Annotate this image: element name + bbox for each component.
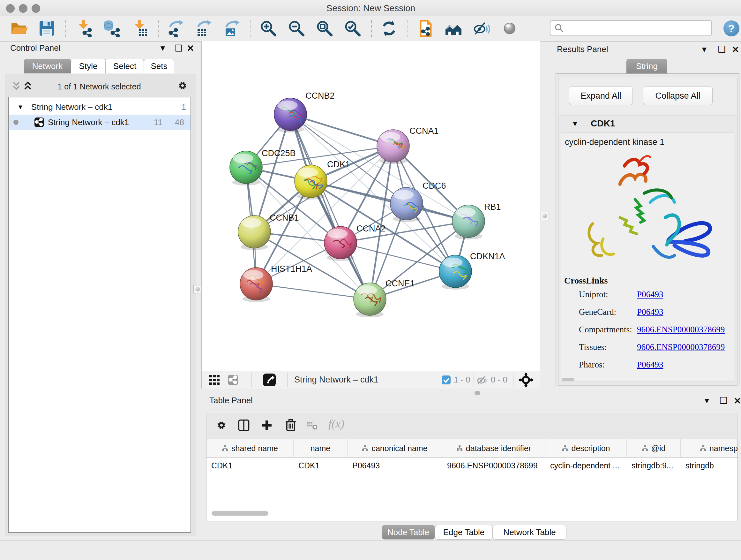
tab-style[interactable]: Style: [71, 59, 106, 73]
table-panel-maximize-icon[interactable]: ❑: [720, 395, 728, 406]
crosslink-link[interactable]: P06493: [637, 307, 664, 317]
tab-network[interactable]: Network: [24, 59, 71, 73]
table-cell[interactable]: stringdb:9...: [627, 458, 681, 473]
table-hscrollbar[interactable]: [212, 511, 268, 516]
crosslink-label: Tissues:: [579, 342, 607, 352]
node-ccnb2[interactable]: CCNB2: [274, 91, 335, 132]
column-header-shared-name[interactable]: shared name: [206, 439, 293, 457]
import-network-from-file-icon[interactable]: [74, 19, 93, 38]
results-panel-float-icon[interactable]: ▼: [700, 45, 708, 54]
column-header--id[interactable]: @id: [627, 439, 681, 457]
export-network-icon[interactable]: [166, 19, 185, 38]
home-confidence-icon[interactable]: [444, 19, 463, 38]
import-network-from-database-icon[interactable]: [102, 19, 121, 38]
column-header-canonical-name[interactable]: canonical name: [347, 439, 442, 457]
birdseye-view-icon[interactable]: [209, 375, 219, 385]
node-rb1[interactable]: RB1: [452, 202, 501, 240]
table-cell[interactable]: P06493: [347, 458, 442, 473]
hidden-count: 0 - 0: [491, 375, 508, 385]
right-splitter-handle[interactable]: [541, 212, 549, 220]
collapse-all-networks-icon[interactable]: [12, 80, 22, 90]
tab-select[interactable]: Select: [106, 59, 144, 73]
tab-node-table[interactable]: Node Table: [382, 525, 435, 540]
node-label: CCNA2: [356, 224, 386, 233]
column-header-description[interactable]: description: [545, 439, 627, 457]
detach-view-icon[interactable]: [263, 374, 276, 386]
add-column-icon[interactable]: [261, 419, 273, 431]
column-header-name[interactable]: name: [293, 439, 347, 457]
tab-string[interactable]: String: [626, 59, 667, 73]
search-input[interactable]: [567, 23, 705, 33]
table-panel-title: Table Panel: [209, 395, 253, 406]
refresh-view-icon[interactable]: [380, 19, 399, 38]
table-cell[interactable]: CDK1: [293, 458, 347, 473]
delete-column-icon[interactable]: [284, 419, 297, 431]
node-table[interactable]: shared namename canonical name database …: [206, 439, 738, 521]
zoom-out-icon[interactable]: [287, 19, 306, 38]
crosslink-label: Uniprot:: [579, 290, 608, 300]
node-ccne1[interactable]: CCNE1: [354, 279, 415, 317]
crosslink-link[interactable]: P06493: [637, 360, 664, 370]
search-box[interactable]: [550, 20, 712, 36]
crosslink-row: Uniprot: P06493: [561, 290, 734, 303]
crosslink-row: Tissues: 9606.ENSP00000378699: [561, 342, 734, 356]
center-view-icon[interactable]: [518, 372, 534, 388]
expand-all-button[interactable]: Expand All: [569, 86, 633, 105]
hide-selected-icon[interactable]: [472, 19, 491, 38]
results-panel-close-icon[interactable]: ✕: [732, 44, 739, 55]
open-session-icon[interactable]: [9, 19, 28, 38]
table-panel-float-icon[interactable]: ▼: [703, 396, 711, 405]
string-import-icon[interactable]: [416, 19, 435, 38]
network-options-gear-icon[interactable]: [177, 79, 189, 91]
collection-expander-icon[interactable]: ▼: [17, 104, 23, 111]
node-cdc6[interactable]: CDC6: [390, 181, 446, 222]
crosslink-link[interactable]: 9606.ENSP00000378699: [637, 342, 725, 352]
help-button[interactable]: ?: [724, 20, 739, 37]
tab-sets[interactable]: Sets: [144, 59, 174, 73]
crosslink-link[interactable]: 9606.ENSP00000378699: [637, 325, 725, 334]
save-session-icon[interactable]: [37, 19, 57, 38]
show-lens-icon[interactable]: [500, 19, 519, 38]
export-image-icon[interactable]: [222, 19, 242, 38]
control-panel-close-icon[interactable]: ✕: [187, 43, 194, 54]
control-panel-float-icon[interactable]: ▼: [159, 44, 166, 53]
crosslink-link[interactable]: P06493: [637, 290, 664, 300]
zoom-in-icon[interactable]: [259, 19, 278, 38]
table-cell[interactable]: CDK1: [206, 458, 293, 473]
crosslink-label: GeneCard:: [579, 307, 616, 317]
node-cdk1[interactable]: CDK1: [294, 160, 350, 199]
zoom-selected-icon[interactable]: [343, 19, 362, 38]
show-columns-icon[interactable]: [238, 419, 250, 431]
results-panel-title: Results Panel: [557, 44, 608, 54]
table-panel-close-icon[interactable]: ✕: [734, 395, 741, 406]
table-cell[interactable]: stringdb: [681, 458, 738, 473]
table-cell[interactable]: cyclin-dependent ...: [545, 458, 627, 473]
network-tree: ▼ String Network – cdk1 1 String Network…: [8, 97, 191, 533]
tab-edge-table[interactable]: Edge Table: [435, 525, 493, 540]
import-table-from-file-icon[interactable]: [130, 19, 149, 38]
network-row[interactable]: String Network – cdk1 11 48: [9, 115, 191, 130]
network-view-title: String Network – cdk1: [294, 375, 379, 385]
node-hist1h1a[interactable]: HIST1H1A: [240, 264, 312, 302]
tab-network-table[interactable]: Network Table: [493, 525, 566, 540]
bottom-splitter-handle[interactable]: [475, 391, 480, 395]
export-table-icon[interactable]: [194, 19, 213, 38]
expand-all-networks-icon[interactable]: [23, 80, 33, 90]
results-panel-maximize-icon[interactable]: ❑: [718, 44, 726, 55]
left-splitter-handle[interactable]: [193, 285, 202, 294]
network-canvas[interactable]: CCNB2 CCNA1 CDC25B CDK1 CDC6 RB1 CCNB1 C…: [201, 41, 540, 371]
table-options-gear-icon[interactable]: [215, 419, 227, 431]
column-header-database-identifier[interactable]: database identifier: [442, 439, 545, 457]
control-panel-maximize-icon[interactable]: ❑: [175, 43, 183, 53]
results-hscrollbar[interactable]: [562, 378, 575, 381]
node-ccna1[interactable]: CCNA1: [377, 126, 439, 164]
collapse-all-button[interactable]: Collapse All: [643, 86, 713, 105]
column-header-namespace[interactable]: namespace: [681, 439, 738, 457]
table-cell[interactable]: 9606.ENSP00000378699: [442, 458, 545, 473]
protein-expander-icon[interactable]: ▼: [571, 120, 579, 128]
node-cdkn1a[interactable]: CDKN1A: [439, 252, 505, 290]
network-collection-row[interactable]: ▼ String Network – cdk1 1: [9, 99, 191, 115]
edge[interactable]: [256, 284, 370, 299]
zoom-fit-content-icon[interactable]: [315, 19, 334, 38]
status-bar: Memory: [0, 541, 741, 560]
